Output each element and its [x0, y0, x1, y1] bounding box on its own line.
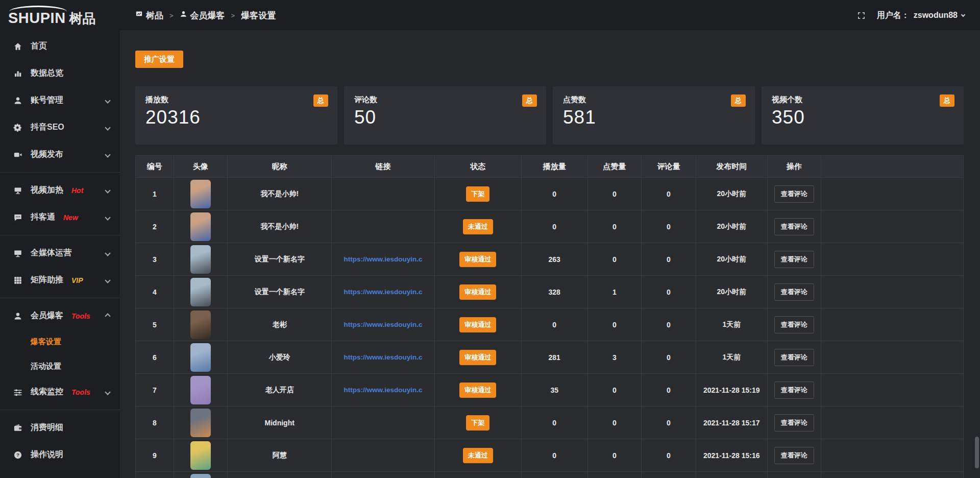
table-header-cell: [821, 156, 963, 178]
cell-likes: 0: [587, 439, 641, 472]
table-row: 10: [136, 472, 964, 478]
sidebar-item-label: 抖音SEO: [31, 122, 64, 133]
breadcrumb-item-2[interactable]: 会员爆客: [180, 10, 225, 21]
cell-action: 查看评论: [767, 374, 821, 407]
view-comments-button[interactable]: 查看评论: [774, 251, 814, 268]
cell-nickname: Midnight: [228, 407, 332, 439]
sidebar-item-label: 首页: [31, 41, 47, 52]
help-icon: ?: [13, 450, 23, 460]
cell-action: 查看评论: [767, 407, 821, 439]
scrollbar-thumb[interactable]: [975, 437, 979, 468]
sidebar-subitem-activity-settings[interactable]: 活动设置: [0, 354, 120, 378]
cell-nickname: 设置一个新名字: [228, 243, 332, 276]
video-link[interactable]: https://www.iesdouyin.c: [335, 353, 431, 361]
sidebar-item-video-publish[interactable]: 视频发布: [0, 141, 120, 168]
cell-link: [332, 210, 434, 243]
stat-card-total-badge: 总: [731, 94, 746, 107]
view-comments-button[interactable]: 查看评论: [774, 283, 814, 301]
sidebar-item-badge: Tools: [71, 312, 90, 320]
cell-action: [767, 472, 821, 478]
video-link[interactable]: https://www.iesdouyin.c: [335, 321, 431, 328]
status-badge: 审核通过: [459, 252, 496, 267]
cell-link: https://www.iesdouyin.c: [332, 243, 434, 276]
cell-filler: [821, 472, 963, 478]
sidebar-item-label: 会员爆客: [31, 310, 63, 321]
view-comments-button[interactable]: 查看评论: [774, 447, 814, 464]
grid-icon: [13, 275, 23, 285]
breadcrumb-label: 会员爆客: [190, 10, 225, 21]
view-comments-button[interactable]: 查看评论: [774, 349, 814, 366]
sidebar-divider: [0, 235, 120, 235]
stat-card-value: 350: [772, 107, 953, 128]
svg-text:?: ?: [16, 452, 19, 458]
sliders-icon: [13, 387, 23, 397]
video-link[interactable]: https://www.iesdouyin.c: [335, 255, 431, 263]
sidebar-item-badge: Tools: [71, 388, 90, 396]
sidebar-subitem-baoke-settings[interactable]: 爆客设置: [0, 329, 120, 354]
video-link[interactable]: https://www.iesdouyin.c: [335, 288, 431, 296]
avatar: [190, 409, 211, 437]
breadcrumb-separator: >: [169, 12, 174, 19]
video-link[interactable]: https://www.iesdouyin.c: [335, 386, 431, 394]
chevron-up-icon: [105, 313, 110, 319]
avatar: [190, 245, 211, 274]
view-comments-button[interactable]: 查看评论: [774, 381, 814, 399]
cell-link: https://www.iesdouyin.c: [332, 276, 434, 308]
chevron-down-icon: [105, 277, 110, 283]
stat-card: 视频个数350总: [762, 86, 964, 145]
cell-comments: [641, 472, 696, 478]
stat-card-label: 视频个数: [772, 95, 953, 105]
sidebar-menu: 首页数据总览账号管理抖音SEO视频发布视频加热Hot抖客通New全媒体运营矩阵助…: [0, 26, 120, 468]
chevron-down-icon: [105, 250, 110, 256]
view-comments-button[interactable]: 查看评论: [774, 218, 814, 235]
cell-plays: 0: [521, 439, 587, 472]
sidebar-item-media-operation[interactable]: 全媒体运营: [0, 240, 120, 267]
cell-avatar: [174, 210, 227, 243]
sidebar-item-label: 矩阵助推: [31, 275, 63, 285]
sidebar-item-douketong[interactable]: 抖客通New: [0, 204, 120, 231]
sidebar-item-account-management[interactable]: 账号管理: [0, 87, 120, 114]
sidebar-item-consumption-detail[interactable]: 消费明细: [0, 414, 120, 441]
view-comments-button[interactable]: 查看评论: [774, 185, 814, 203]
breadcrumb-label: 爆客设置: [241, 10, 276, 21]
cell-filler: [821, 374, 963, 407]
cell-plays: 0: [521, 178, 587, 210]
breadcrumb-item-1[interactable]: 树品: [135, 10, 163, 21]
avatar: [190, 376, 211, 404]
cell-comments: 0: [641, 439, 696, 472]
cell-nickname: 我不是小帅!: [228, 178, 332, 210]
cell-plays: 0: [521, 210, 587, 243]
sidebar-item-operation-guide[interactable]: ?操作说明: [0, 441, 120, 468]
cell-nickname: [228, 472, 332, 478]
sidebar-item-member-baoke[interactable]: 会员爆客Tools: [0, 302, 120, 329]
view-comments-button[interactable]: 查看评论: [774, 414, 814, 432]
promotion-settings-button[interactable]: 推广设置: [135, 51, 183, 68]
cell-likes: 1: [587, 276, 641, 308]
user-menu[interactable]: 用户名：zswodun88: [877, 10, 965, 21]
sidebar-item-clue-monitor[interactable]: 线索监控Tools: [0, 378, 120, 405]
avatar: [190, 180, 211, 208]
sidebar-item-matrix-boost[interactable]: 矩阵助推VIP: [0, 267, 120, 294]
sidebar-item-data-overview[interactable]: 数据总览: [0, 60, 120, 87]
cell-nickname: 设置一个新名字: [228, 276, 332, 308]
stat-card-total-badge: 总: [940, 94, 954, 107]
status-badge: 未通过: [463, 219, 493, 234]
main-content: 推广设置 播放数20316总评论数50总点赞数581总视频个数350总 编号头像…: [120, 31, 980, 478]
sidebar-item-home[interactable]: 首页: [0, 33, 120, 60]
table-header-cell: 编号: [136, 156, 174, 178]
sidebar-item-badge: New: [63, 213, 78, 222]
fullscreen-icon[interactable]: [857, 11, 866, 20]
sidebar-item-video-heating[interactable]: 视频加热Hot: [0, 177, 120, 204]
cell-status: 审核通过: [434, 276, 521, 308]
view-comments-button[interactable]: 查看评论: [774, 316, 814, 333]
cell-avatar: [174, 407, 227, 439]
stat-card: 点赞数581总: [553, 86, 755, 145]
scrollbar[interactable]: [975, 31, 979, 478]
cell-link: [332, 472, 434, 478]
sidebar-item-badge: Hot: [71, 186, 83, 195]
chevron-down-icon: [105, 98, 110, 103]
cell-avatar: [174, 341, 227, 374]
wallet-icon: [13, 423, 23, 433]
sidebar-item-douyin-seo[interactable]: 抖音SEO: [0, 114, 120, 141]
logo-arc-swoosh: [9, 6, 67, 18]
